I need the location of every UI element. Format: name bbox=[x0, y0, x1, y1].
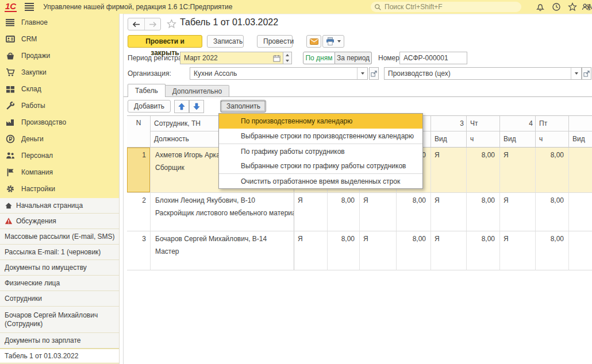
move-down-button[interactable] bbox=[189, 100, 204, 113]
history-nav-group bbox=[128, 18, 161, 30]
period-spinner[interactable] bbox=[283, 52, 292, 64]
department-input[interactable]: Производство (цех) bbox=[384, 67, 582, 80]
global-search-input[interactable]: Поиск Ctrl+Shift+F bbox=[371, 2, 521, 12]
header-kind[interactable]: Вид bbox=[431, 131, 466, 147]
menu-item-selected-rows-work-schedule[interactable]: Выбранные строки по графику работы сотру… bbox=[219, 158, 422, 173]
nav-item-discussions[interactable]: Обсуждения bbox=[0, 214, 119, 229]
header-day4-num[interactable]: 4 bbox=[500, 116, 535, 131]
organization-input[interactable]: Кухни Ассоль bbox=[190, 67, 368, 80]
1c-logo: 1С bbox=[5, 2, 17, 12]
nav-item-email-draft[interactable]: Рассылка E-mail: 1 (черновик) bbox=[0, 245, 119, 260]
header-hours[interactable]: ч bbox=[467, 131, 499, 147]
sidebar-item-company[interactable]: Компания bbox=[0, 164, 119, 180]
sidebar-item-production[interactable]: Производство bbox=[0, 114, 119, 130]
nav-item-salary-docs[interactable]: Документы по зарплате bbox=[0, 333, 119, 348]
employee-position: Раскройщик листового мебельного материал… bbox=[155, 209, 294, 218]
search-icon bbox=[374, 3, 382, 11]
header-day4-weekday[interactable]: Пт bbox=[536, 116, 568, 131]
user-name[interactable]: А bbox=[587, 3, 592, 11]
employee-name: Блохин Леонид Якубович, В-10 bbox=[155, 196, 294, 205]
period-row: Период регистрации: Март 2022 По дням За… bbox=[124, 52, 592, 64]
nav-item-individuals[interactable]: Физические лица bbox=[0, 276, 119, 291]
nav-item-mass-mailings[interactable]: Массовые рассылки (E-mail, SMS) bbox=[0, 229, 119, 245]
nav-item-timesheet[interactable]: Табель 1 от 01.03.2022 bbox=[0, 348, 119, 363]
post-button[interactable]: Провести bbox=[257, 35, 293, 48]
forward-button[interactable] bbox=[144, 18, 160, 30]
arrow-up-icon bbox=[178, 103, 185, 110]
mode-by-days-toggle[interactable]: По дням bbox=[303, 52, 335, 64]
favorites-star-icon[interactable] bbox=[568, 2, 577, 11]
fill-dropdown-menu: По производственному календарю Выбранные… bbox=[218, 113, 423, 189]
organization-dropdown-caret[interactable] bbox=[357, 68, 367, 79]
sidebar-nav-list: Начальная страница Обсуждения Массовые р… bbox=[0, 198, 119, 364]
menu-icon bbox=[6, 18, 15, 27]
app-title: Управление нашей фирмой, редакция 1.6 1С… bbox=[43, 3, 232, 11]
table-row[interactable]: 2 Блохин Леонид Якубович, В-10 Раскройщи… bbox=[127, 193, 592, 231]
factory-icon bbox=[6, 118, 15, 127]
sidebar-divider bbox=[119, 14, 124, 364]
add-row-button[interactable]: Добавить bbox=[128, 100, 171, 113]
number-label: Номер: bbox=[378, 54, 401, 62]
header-hours[interactable]: ч bbox=[536, 131, 568, 147]
table-toolbar: Добавить Заполнить bbox=[124, 100, 592, 113]
nav-item-home[interactable]: Начальная страница bbox=[0, 198, 119, 214]
sidebar-item-main[interactable]: Главное bbox=[0, 14, 119, 30]
back-button[interactable] bbox=[128, 18, 144, 30]
number-input[interactable]: АСФР-000001 bbox=[399, 52, 467, 64]
department-open-icon[interactable] bbox=[582, 67, 591, 80]
sidebar-item-settings[interactable]: Настройки bbox=[0, 180, 119, 197]
header-day5-num[interactable] bbox=[569, 116, 592, 131]
tab-additional[interactable]: Дополнительно bbox=[166, 85, 229, 97]
sidebar: Главное CRM Продажи Закупки Склад Работы… bbox=[0, 14, 119, 364]
sidebar-item-personnel[interactable]: Персонал bbox=[0, 147, 119, 164]
nav-item-property-docs[interactable]: Документы по имуществу bbox=[0, 260, 119, 276]
crm-icon bbox=[6, 34, 15, 44]
sidebar-item-crm[interactable]: CRM bbox=[0, 30, 119, 47]
main-area: Табель 1 от 01.03.2022 Провести и закрыт… bbox=[124, 14, 592, 364]
header-kind[interactable]: Вид bbox=[500, 131, 535, 147]
employee-name: Бочаров Сергей Михайлович, В-14 bbox=[155, 235, 294, 243]
header-day3-num[interactable]: 3 bbox=[431, 116, 466, 131]
post-and-close-button[interactable]: Провести и закрыть bbox=[128, 35, 202, 48]
header-day3-weekday[interactable]: Чт bbox=[467, 116, 499, 131]
gear-icon bbox=[6, 184, 15, 193]
home-icon bbox=[5, 202, 13, 210]
bell-icon[interactable] bbox=[536, 2, 545, 11]
header-kind[interactable]: Вид bbox=[569, 131, 592, 147]
move-up-button[interactable] bbox=[174, 100, 189, 113]
hamburger-menu-icon[interactable] bbox=[25, 3, 34, 11]
period-input[interactable]: Март 2022 bbox=[180, 52, 283, 64]
department-dropdown-caret[interactable] bbox=[571, 68, 581, 79]
print-button[interactable] bbox=[322, 35, 344, 48]
sidebar-item-purchases[interactable]: Закупки bbox=[0, 64, 119, 80]
save-button[interactable]: Записать bbox=[207, 35, 244, 48]
menu-item-work-schedule[interactable]: По графику работы сотрудников bbox=[219, 144, 422, 158]
menu-item-production-calendar[interactable]: По производственному календарю bbox=[219, 114, 422, 129]
history-icon[interactable] bbox=[552, 2, 561, 11]
table-row[interactable]: 3 Бочаров Сергей Михайлович, В-14 Мастер… bbox=[127, 231, 592, 270]
works-wrench-icon bbox=[6, 101, 15, 110]
sidebar-item-works[interactable]: Работы bbox=[0, 97, 119, 114]
mode-for-period-toggle[interactable]: За период bbox=[335, 52, 372, 64]
command-bar: Провести и закрыть Записать Провести bbox=[124, 35, 592, 48]
nav-item-employees[interactable]: Сотрудники bbox=[0, 291, 119, 307]
tab-timesheet[interactable]: Табель bbox=[128, 84, 166, 97]
fill-menu-button[interactable]: Заполнить bbox=[220, 100, 266, 113]
sidebar-item-money[interactable]: Деньги bbox=[0, 130, 119, 147]
sidebar-item-warehouse[interactable]: Склад bbox=[0, 80, 119, 97]
printer-icon bbox=[326, 37, 335, 45]
organization-open-icon[interactable] bbox=[369, 67, 379, 80]
tab-bar: Табель Дополнительно bbox=[128, 84, 229, 97]
envelope-icon bbox=[310, 38, 318, 45]
calendar-icon[interactable] bbox=[273, 55, 280, 62]
menu-item-selected-rows-production-calendar[interactable]: Выбранные строки по производственному ка… bbox=[219, 129, 422, 144]
sidebar-item-sales[interactable]: Продажи bbox=[0, 47, 119, 64]
money-ruble-icon bbox=[6, 134, 15, 144]
arrow-down-icon bbox=[193, 103, 200, 110]
favorite-star-icon[interactable] bbox=[167, 19, 176, 29]
header-n[interactable]: N bbox=[127, 116, 151, 147]
search-placeholder: Поиск Ctrl+Shift+F bbox=[385, 3, 443, 11]
email-button[interactable] bbox=[306, 35, 321, 48]
nav-item-employee-bocharov[interactable]: Бочаров Сергей Михайлович (Сотрудник) bbox=[0, 307, 119, 333]
menu-item-clear-worked-time[interactable]: Очистить отработанное время выделенных с… bbox=[219, 173, 422, 188]
